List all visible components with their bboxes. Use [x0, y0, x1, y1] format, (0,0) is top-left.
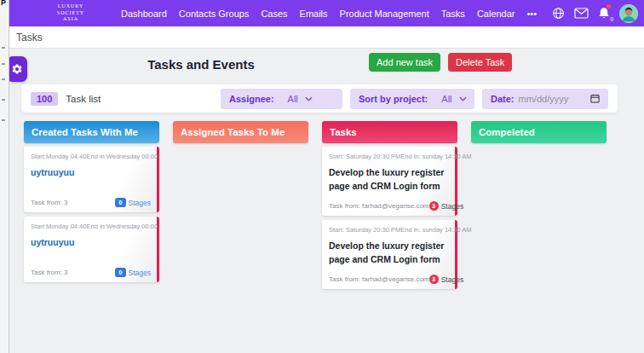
column-header[interactable]: Tasks: [322, 121, 457, 143]
task-title[interactable]: Develop the luxury register page and CRM…: [329, 166, 449, 194]
nav-item-cases[interactable]: Cases: [261, 9, 287, 19]
stages-label: Stages: [441, 202, 463, 211]
nav-item-tasks[interactable]: Tasks: [441, 9, 465, 19]
column-header[interactable]: Assigned Tasks To Me: [173, 121, 308, 143]
assignee-label: Assignee:: [229, 94, 274, 104]
task-end: End in:Wednesday 00:00: [86, 153, 158, 160]
stages-label: Stages: [441, 275, 463, 284]
task-count-badge: 100: [31, 92, 58, 106]
sort-value: All: [441, 94, 451, 104]
mail-icon[interactable]: [574, 8, 589, 19]
task-title[interactable]: uytruuyuu: [31, 166, 151, 180]
breadcrumb-bar: Tasks: [9, 26, 644, 49]
task-title[interactable]: Develop the luxury register page and CRM…: [329, 240, 449, 267]
top-navbar: LUXURY SOCIETY ASIA Dashboard Contacts G…: [9, 0, 644, 26]
task-card[interactable]: Start:Monday 04:40 End in:Wednesday 00:0…: [24, 217, 159, 282]
brand-logo[interactable]: LUXURY SOCIETY ASIA: [51, 3, 90, 23]
stages-indicator[interactable]: 0 Stages: [115, 268, 151, 277]
notification-count: 0: [610, 16, 613, 22]
stages-count-badge: 0: [115, 198, 125, 207]
chevron-down-icon: [305, 96, 313, 101]
assignee-dropdown[interactable]: Assignee: All: [221, 89, 342, 109]
stages-indicator[interactable]: 3 Stages: [429, 201, 464, 211]
task-start: Start:Monday 04:40: [31, 223, 86, 230]
nav-item-dashboard[interactable]: Dashboard: [121, 9, 167, 19]
stages-label: Stages: [129, 269, 151, 277]
task-from: Task from: farhad@vegarise.com: [329, 202, 429, 210]
task-start: Start: Saturday 20:30 PM: [329, 153, 400, 160]
task-card[interactable]: Start:Monday 04:40 End in:Wednesday 00:0…: [24, 147, 159, 212]
nav-item-calendar[interactable]: Calendar: [477, 9, 515, 19]
stages-count-badge: 3: [429, 201, 439, 211]
breadcrumb[interactable]: Tasks: [16, 32, 43, 43]
column-cards: Start: Saturday 20:30 PM End in: sunday …: [322, 147, 457, 289]
user-avatar[interactable]: [619, 4, 638, 23]
column-cards: Start:Monday 04:40 End in:Wednesday 00:0…: [24, 147, 159, 282]
column-header[interactable]: Compeleted: [471, 121, 607, 143]
nav-item-product-management[interactable]: Product Management: [340, 9, 429, 19]
logo-line: SOCIETY: [51, 10, 90, 17]
edge-mark: [2, 78, 5, 80]
task-card[interactable]: Start: Saturday 20:30 PM End in: sunday …: [322, 220, 457, 289]
page-title: Tasks and Events: [0, 57, 402, 72]
add-new-task-button[interactable]: Add new task: [369, 53, 440, 72]
assignee-value: All: [288, 94, 298, 104]
task-title[interactable]: uytruuyuu: [31, 236, 151, 250]
stages-label: Stages: [129, 199, 151, 207]
date-label: Date:: [491, 94, 515, 104]
edge-text-fragment: P: [1, 0, 6, 7]
column-header[interactable]: Created Tasks With Me: [24, 121, 159, 143]
nav-item-emails[interactable]: Emails: [300, 9, 328, 19]
kanban-board: Created Tasks With Me Start:Monday 04:40…: [24, 121, 607, 289]
column-completed: Compeleted: [471, 121, 607, 289]
delete-task-button[interactable]: Delete Task: [448, 53, 512, 72]
date-placeholder: mm/dd/yyyy: [519, 94, 569, 104]
task-start: Start: Saturday 20:30 PM: [329, 226, 400, 234]
stages-count-badge: 0: [115, 268, 125, 277]
stages-indicator[interactable]: 0 Stages: [115, 198, 151, 207]
task-start: Start:Monday 04:40: [31, 153, 86, 160]
nav-item-contacts-groups[interactable]: Contacts Groups: [179, 9, 250, 19]
task-from: Task from: 3: [31, 199, 68, 206]
task-card[interactable]: Start: Saturday 20:30 PM End in: sunday …: [322, 147, 457, 216]
stages-count-badge: 3: [429, 275, 439, 284]
sort-by-project-dropdown[interactable]: Sort by project: All: [350, 89, 474, 109]
chevron-down-icon: [459, 96, 467, 101]
logo-line: ASIA: [51, 16, 90, 23]
column-tasks: Tasks Start: Saturday 20:30 PM End in: s…: [322, 121, 457, 289]
edge-mark: [2, 47, 5, 49]
task-end: End in: sunday 14:30 AM: [400, 153, 471, 160]
nav-menu: Dashboard Contacts Groups Cases Emails P…: [121, 9, 537, 19]
logo-line: LUXURY: [51, 3, 90, 10]
task-from: Task from: farhad@vegarise.com: [329, 275, 429, 283]
nav-icon-group: 0: [552, 4, 638, 23]
left-edge-strip: P: [0, 0, 9, 353]
nav-item-more[interactable]: •••: [527, 9, 538, 19]
globe-icon[interactable]: [552, 7, 565, 20]
header-buttons: Add new task Delete Task: [369, 53, 512, 72]
date-picker-field[interactable]: Date: mm/dd/yyyy: [482, 89, 608, 109]
task-from: Task from: 3: [31, 269, 68, 276]
edge-mark: [2, 119, 5, 121]
stages-indicator[interactable]: 3 Stages: [429, 275, 464, 284]
edge-mark: [2, 99, 5, 101]
column-created-tasks-with-me: Created Tasks With Me Start:Monday 04:40…: [24, 121, 159, 289]
column-assigned-tasks-to-me: Assigned Tasks To Me: [173, 121, 308, 289]
calendar-icon[interactable]: [590, 94, 600, 103]
sort-label: Sort by project:: [359, 94, 428, 104]
bell-icon[interactable]: 0: [598, 7, 610, 20]
gear-icon: [11, 63, 23, 75]
notification-dot: [607, 4, 611, 9]
edge-mark: [2, 63, 5, 65]
task-end: End in:Wednesday 00:00: [86, 223, 158, 230]
task-list-label: Task list: [66, 94, 101, 104]
task-end: End in: sunday 14:30 AM: [400, 226, 471, 234]
settings-button[interactable]: [7, 56, 27, 82]
filter-panel: 100 Task list Assignee: All Sort by proj…: [21, 84, 618, 113]
